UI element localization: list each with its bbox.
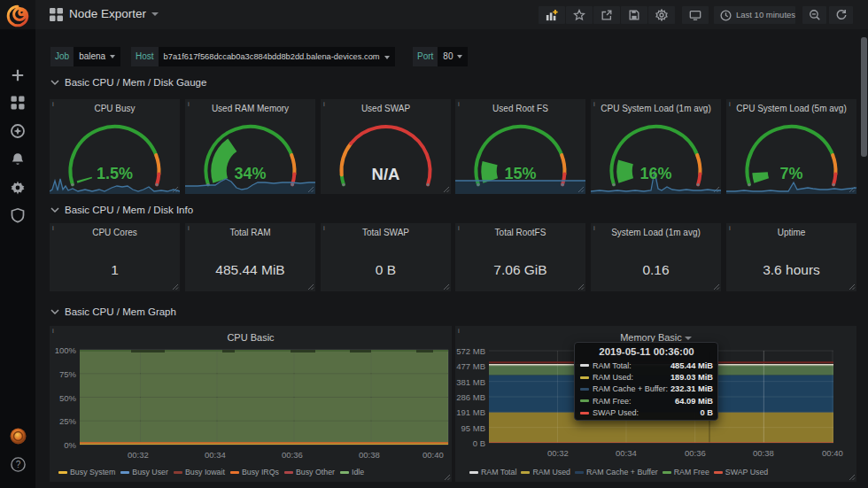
svg-text:7%: 7% [779, 165, 802, 182]
svg-text:16%: 16% [639, 165, 671, 182]
svg-text:1.5%: 1.5% [97, 165, 133, 182]
svg-text:N/A: N/A [372, 165, 400, 183]
svg-text:?: ? [16, 460, 21, 469]
svg-text:15%: 15% [504, 165, 536, 182]
svg-text:34%: 34% [234, 165, 266, 182]
